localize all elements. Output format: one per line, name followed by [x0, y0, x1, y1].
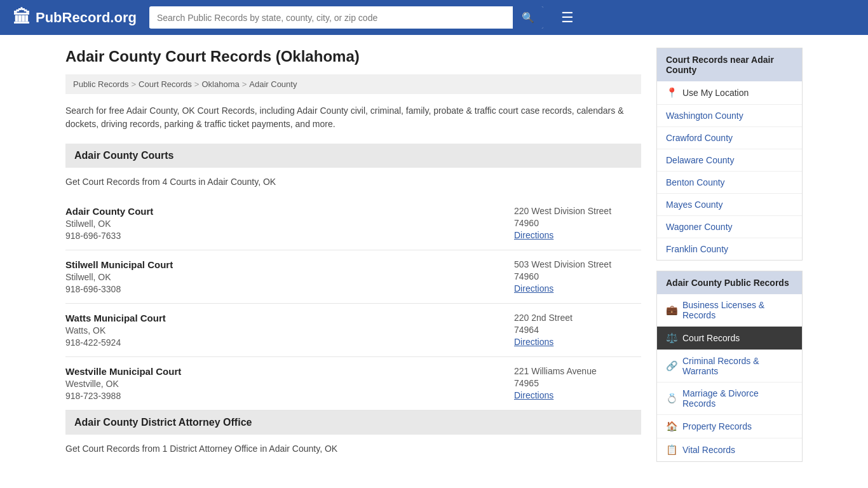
nearby-county-item[interactable]: Mayes County	[657, 194, 802, 216]
court-phone: 918-696-7633	[65, 231, 153, 241]
public-records-item[interactable]: 🔗 Criminal Records & Warrants	[657, 350, 802, 383]
court-address: 220 West Division Street 74960 Direction…	[514, 206, 641, 241]
public-records-section: Adair County Public Records 💼 Business L…	[656, 271, 803, 462]
court-name: Adair County Court	[65, 206, 153, 217]
pr-link[interactable]: Criminal Records & Warrants	[682, 356, 793, 376]
court-address: 503 West Division Street 74960 Direction…	[514, 259, 641, 294]
district-section-header: Adair County District Attorney Office	[65, 410, 641, 435]
sidebar: Court Records near Adair County 📍 Use My…	[656, 48, 803, 472]
pr-label: Court Records	[682, 333, 740, 343]
logo-text: PubRecord.org	[36, 10, 137, 26]
court-city: Stilwell, OK	[65, 272, 173, 282]
directions-link[interactable]: Directions	[514, 390, 553, 400]
hamburger-icon: ☰	[561, 10, 574, 25]
court-phone: 918-696-3308	[65, 284, 173, 294]
breadcrumb-oklahoma[interactable]: Oklahoma	[201, 79, 239, 89]
court-address: 220 2nd Street 74964 Directions	[514, 313, 641, 348]
breadcrumb: Public Records > Court Records > Oklahom…	[65, 74, 641, 94]
pr-icon: 🔗	[666, 360, 677, 372]
nearby-county-item[interactable]: Delaware County	[657, 149, 802, 172]
breadcrumb-sep-1: >	[131, 79, 136, 89]
main-container: Adair County Court Records (Oklahoma) Pu…	[53, 35, 815, 485]
nearby-county-item[interactable]: Franklin County	[657, 238, 802, 260]
pr-icon: 📋	[666, 444, 677, 456]
breadcrumb-sep-3: >	[242, 79, 247, 89]
breadcrumb-court-records[interactable]: Court Records	[139, 79, 192, 89]
district-section-desc: Get Court Records from 1 District Attorn…	[65, 444, 641, 454]
page-description: Search for free Adair County, OK Court R…	[65, 104, 641, 131]
court-info: Westville Municipal Court Westville, OK …	[65, 366, 181, 401]
pr-icon: 🏠	[666, 421, 677, 432]
public-records-header: Adair County Public Records	[657, 271, 802, 294]
nearby-county-link[interactable]: Franklin County	[666, 244, 728, 254]
court-street: 221 Williams Avenue	[514, 366, 641, 376]
site-header: 🏛 PubRecord.org 🔍 ☰	[0, 0, 868, 35]
court-entry: Westville Municipal Court Westville, OK …	[65, 357, 641, 410]
use-my-location[interactable]: 📍 Use My Location	[657, 81, 802, 105]
directions-link[interactable]: Directions	[514, 230, 553, 240]
court-street: 220 West Division Street	[514, 206, 641, 216]
pr-link[interactable]: Business Licenses & Records	[682, 300, 793, 320]
directions-link[interactable]: Directions	[514, 283, 553, 294]
pr-icon: 💍	[666, 393, 677, 404]
location-icon: 📍	[666, 87, 677, 98]
court-zip: 74960	[514, 218, 641, 228]
breadcrumb-public-records[interactable]: Public Records	[73, 79, 128, 89]
courts-list: Adair County Court Stilwell, OK 918-696-…	[65, 197, 641, 410]
nearby-county-item[interactable]: Crawford County	[657, 127, 802, 149]
courts-section-header: Adair County Courts	[65, 144, 641, 168]
nearby-counties-list: Washington CountyCrawford CountyDelaware…	[657, 105, 802, 260]
menu-button[interactable]: ☰	[556, 7, 579, 29]
court-entry: Stilwell Municipal Court Stilwell, OK 91…	[65, 250, 641, 304]
logo[interactable]: 🏛 PubRecord.org	[13, 7, 137, 28]
court-name: Stilwell Municipal Court	[65, 259, 173, 270]
court-street: 503 West Division Street	[514, 259, 641, 269]
nearby-county-item[interactable]: Wagoner County	[657, 216, 802, 238]
nearby-section: Court Records near Adair County 📍 Use My…	[656, 48, 803, 261]
court-entry: Watts Municipal Court Watts, OK 918-422-…	[65, 304, 641, 357]
court-entry: Adair County Court Stilwell, OK 918-696-…	[65, 197, 641, 250]
nearby-county-link[interactable]: Wagoner County	[666, 222, 733, 232]
search-bar: 🔍	[149, 6, 543, 29]
public-records-item[interactable]: 💍 Marriage & Divorce Records	[657, 383, 802, 415]
public-records-item[interactable]: 💼 Business Licenses & Records	[657, 294, 802, 327]
court-info: Watts Municipal Court Watts, OK 918-422-…	[65, 313, 166, 348]
court-city: Stilwell, OK	[65, 219, 153, 229]
court-name: Westville Municipal Court	[65, 366, 181, 377]
court-info: Stilwell Municipal Court Stilwell, OK 91…	[65, 259, 173, 294]
court-street: 220 2nd Street	[514, 313, 641, 323]
content-area: Adair County Court Records (Oklahoma) Pu…	[65, 48, 641, 472]
page-title: Adair County Court Records (Oklahoma)	[65, 48, 641, 65]
court-info: Adair County Court Stilwell, OK 918-696-…	[65, 206, 153, 241]
nearby-county-link[interactable]: Washington County	[666, 111, 743, 121]
search-button[interactable]: 🔍	[513, 6, 543, 29]
nearby-county-link[interactable]: Crawford County	[666, 133, 733, 143]
pr-link[interactable]: Vital Records	[682, 445, 735, 455]
nearby-county-item[interactable]: Washington County	[657, 105, 802, 127]
court-city: Watts, OK	[65, 325, 166, 336]
nearby-county-link[interactable]: Delaware County	[666, 155, 734, 165]
breadcrumb-adair-county: Adair County	[249, 79, 297, 89]
nearby-county-link[interactable]: Mayes County	[666, 200, 722, 210]
search-input[interactable]	[149, 8, 513, 28]
pr-icon: 💼	[666, 304, 677, 316]
court-zip: 74964	[514, 325, 641, 335]
nearby-county-link[interactable]: Benton County	[666, 177, 725, 187]
court-zip: 74960	[514, 271, 641, 281]
public-records-item[interactable]: 🏠 Property Records	[657, 415, 802, 438]
search-icon: 🔍	[522, 12, 534, 23]
nearby-county-item[interactable]: Benton County	[657, 172, 802, 194]
court-name: Watts Municipal Court	[65, 313, 166, 323]
court-phone: 918-723-3988	[65, 391, 181, 401]
court-zip: 74965	[514, 378, 641, 388]
pr-link[interactable]: Property Records	[682, 421, 752, 431]
directions-link[interactable]: Directions	[514, 337, 553, 347]
nearby-header: Court Records near Adair County	[657, 48, 802, 81]
public-records-item[interactable]: 📋 Vital Records	[657, 438, 802, 461]
public-records-list: 💼 Business Licenses & Records ⚖️ Court R…	[657, 294, 802, 461]
pr-link[interactable]: Marriage & Divorce Records	[682, 388, 793, 409]
use-location-label: Use My Location	[682, 88, 749, 98]
public-records-item[interactable]: ⚖️ Court Records	[657, 327, 802, 350]
court-city: Westville, OK	[65, 379, 181, 389]
logo-icon: 🏛	[13, 7, 31, 28]
